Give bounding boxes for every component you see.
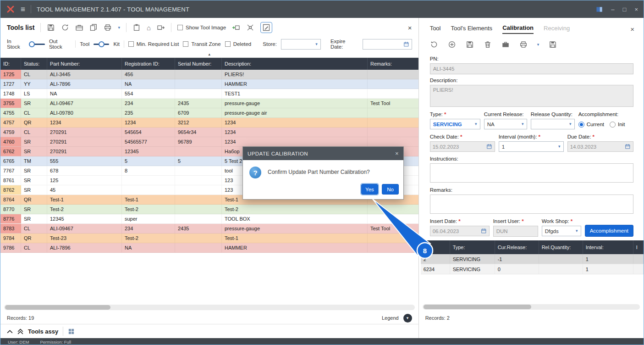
table-row[interactable]: 1727YYALI-7896NAHAMMER xyxy=(0,79,418,89)
table-row[interactable]: 6234SERVICING01 xyxy=(421,264,644,274)
collapse-all-icon[interactable] xyxy=(17,328,23,334)
table-row[interactable]: 4760SR27029154565577967891234 xyxy=(0,137,418,147)
column-header-id[interactable] xyxy=(421,240,450,254)
collapse-section-icon[interactable] xyxy=(7,328,13,334)
print-icon[interactable] xyxy=(519,40,528,49)
column-header-part-number[interactable]: Part Number: xyxy=(47,58,122,70)
table-row[interactable]: 8770SRTest-2Test-2Test-2 xyxy=(0,205,418,214)
column-header-rel-quantity[interactable]: Rel.Quantity: xyxy=(539,240,583,254)
table-row[interactable]: 4759CL2702915456549654r341234 xyxy=(0,128,418,137)
scrollbar-thumb[interactable] xyxy=(5,305,110,310)
horizontal-scrollbar[interactable] xyxy=(4,305,415,310)
remarks-field[interactable] xyxy=(430,195,633,214)
deleted-checkbox[interactable]: Deleted xyxy=(225,41,252,47)
export-icon[interactable] xyxy=(549,40,557,49)
store-select[interactable]: ▾ xyxy=(281,39,321,50)
accomplishment-current-radio[interactable]: Current xyxy=(578,122,604,128)
calendar-icon[interactable] xyxy=(486,144,492,150)
print-icon[interactable] xyxy=(104,23,112,32)
calendar-icon[interactable] xyxy=(403,41,409,47)
case-icon[interactable] xyxy=(501,40,510,49)
table-row[interactable]: 8776SR12345superTOOL BOX xyxy=(0,214,418,224)
table-row[interactable]: 9784QRTest-23Test-2Test-1 xyxy=(0,234,418,243)
yes-button[interactable]: Yes xyxy=(361,184,378,195)
minimize-icon[interactable]: – xyxy=(611,6,614,13)
tab-calibration[interactable]: Calibration xyxy=(502,24,534,34)
collapse-up-icon[interactable]: ▴ xyxy=(209,52,211,56)
interval-select[interactable]: 1 ▾ xyxy=(499,141,564,152)
current-release-select[interactable]: NA ▾ xyxy=(484,119,527,129)
column-header-cut[interactable]: I xyxy=(633,240,644,254)
expire-date-input[interactable] xyxy=(363,39,412,50)
table-row[interactable]: 3755SRALI-094672342435pressure-gaugeTest… xyxy=(0,99,418,108)
column-header-interval[interactable]: Interval: xyxy=(583,240,633,254)
column-header-cur-release[interactable]: Cur.Release: xyxy=(495,240,539,254)
toolbox-icon[interactable] xyxy=(75,23,83,32)
tab-tool[interactable]: Tool xyxy=(430,25,441,33)
tab-tools-elements[interactable]: Tool's Elements xyxy=(451,25,492,33)
legend-expander-button[interactable]: ▾ xyxy=(403,314,412,323)
table-row[interactable]: 4755CLALI-097802356709pressure-gauge air xyxy=(0,108,418,118)
calendar-icon[interactable] xyxy=(481,228,487,234)
close-panel-icon[interactable]: × xyxy=(408,24,412,32)
paste-icon[interactable] xyxy=(132,23,141,32)
maximize-icon[interactable]: □ xyxy=(623,6,627,13)
column-header-type[interactable]: Type: xyxy=(450,240,495,254)
no-button[interactable]: No xyxy=(382,184,399,195)
min-required-list-checkbox[interactable]: Min. Required List xyxy=(128,41,179,47)
table-row[interactable]: 8783CLALI-094672342435pressure-gaugeTest… xyxy=(0,224,418,234)
home-icon[interactable]: ⌂ xyxy=(147,24,151,31)
import-icon[interactable] xyxy=(232,23,240,32)
find-tool-icon[interactable] xyxy=(246,23,254,32)
dispatch-icon[interactable] xyxy=(157,23,165,32)
save-icon[interactable] xyxy=(47,23,55,32)
table-row[interactable]: 1748LSNA554TEST1 xyxy=(0,89,418,99)
scrollbar-thumb[interactable] xyxy=(424,305,531,309)
tool-kit-toggle[interactable] xyxy=(94,41,109,47)
close-icon[interactable]: × xyxy=(634,6,638,13)
show-tool-image-checkbox[interactable]: Show Tool Image xyxy=(177,25,226,30)
table-row[interactable]: 1725CLALI-3445456PLIERS! xyxy=(0,70,418,79)
column-header-serial-number[interactable]: Serial Number: xyxy=(175,58,222,70)
table-row[interactable]: 4757QR1234123432121234 xyxy=(0,118,418,128)
dialog-titlebar[interactable]: UPDATE CALIBRATION × xyxy=(243,147,403,160)
side-panel-icon[interactable] xyxy=(596,6,603,13)
edit-icon[interactable] xyxy=(260,22,272,33)
transit-zone-checkbox[interactable]: Transit Zone xyxy=(183,41,220,47)
grid-view-icon[interactable] xyxy=(68,328,75,335)
table-row[interactable]: 9786CLALI-7896NAHAMMER xyxy=(0,243,418,253)
insert-user-field[interactable] xyxy=(493,226,538,237)
copy-icon[interactable] xyxy=(89,23,98,32)
menu-icon[interactable]: ≡ xyxy=(21,6,25,13)
stock-toggle[interactable] xyxy=(29,41,45,47)
delete-icon[interactable] xyxy=(484,40,492,49)
close-panel-icon[interactable]: × xyxy=(630,25,634,33)
type-select[interactable]: SERVICING ▾ xyxy=(430,119,480,129)
pn-field[interactable] xyxy=(430,63,633,74)
refresh-icon[interactable] xyxy=(61,23,69,32)
column-header-remarks[interactable]: Remarks: xyxy=(368,58,418,70)
print-caret-icon[interactable]: ▾ xyxy=(118,26,120,30)
release-quantity-select[interactable]: ▾ xyxy=(531,119,575,129)
insert-date-input[interactable]: 06.04.2023 xyxy=(430,226,490,236)
table-row[interactable]: 2SERVICING-11 xyxy=(421,254,644,264)
print-caret-icon[interactable]: ▾ xyxy=(537,43,539,47)
accomplishment-init-radio[interactable]: Init xyxy=(610,122,625,128)
work-shop-select[interactable]: Dfgds ▾ xyxy=(542,226,581,236)
close-icon[interactable]: × xyxy=(395,150,399,157)
collapse-filters-strip[interactable]: ▴ xyxy=(0,51,418,58)
undo-icon[interactable] xyxy=(430,40,438,49)
column-header-registration-id[interactable]: Registration ID: xyxy=(122,58,175,70)
check-date-input[interactable]: 15.02.2023 xyxy=(430,141,495,152)
add-icon[interactable] xyxy=(448,40,456,49)
column-header-status[interactable]: Status: xyxy=(21,58,47,70)
save-icon[interactable] xyxy=(466,40,474,49)
instructions-field[interactable] xyxy=(430,163,633,183)
accomplishment-button[interactable]: Accomplishment xyxy=(585,225,633,237)
column-header-description[interactable]: Description: xyxy=(222,58,368,70)
column-header-id[interactable]: ID: xyxy=(0,58,21,70)
due-date-input[interactable]: 14.03.2023 xyxy=(567,141,633,152)
horizontal-scrollbar[interactable] xyxy=(423,304,640,310)
calendar-icon[interactable] xyxy=(625,144,631,150)
description-field[interactable]: PLIERS! xyxy=(430,85,633,107)
